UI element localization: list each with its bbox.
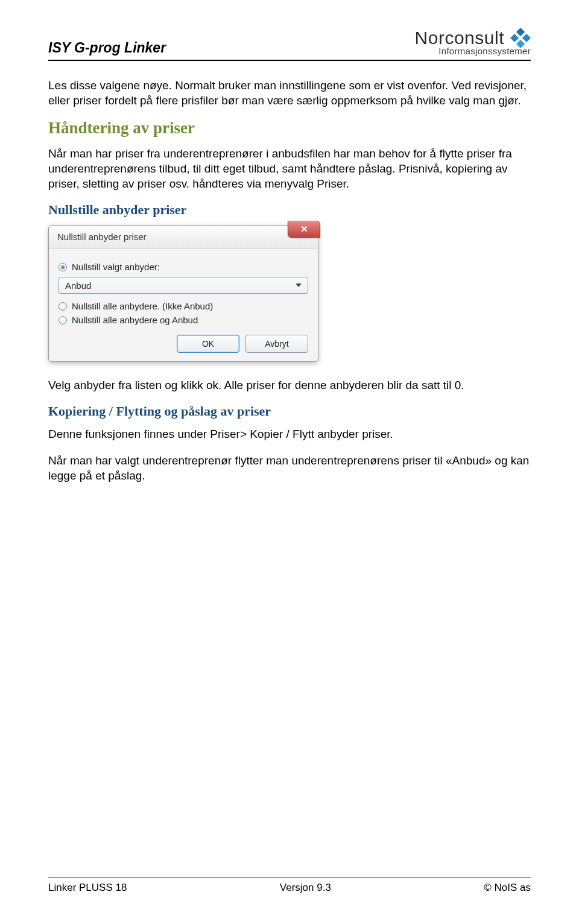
ok-button[interactable]: OK (177, 335, 239, 353)
page-header: ISY G-prog Linker Norconsult Informasjon… (48, 28, 531, 61)
paragraph: Når man har priser fra underentreprenøre… (48, 146, 531, 191)
close-icon: ✕ (300, 224, 308, 235)
heading-handtering: Håndtering av priser (48, 119, 531, 138)
dialog-nullstill: Nullstill anbyder priser ✕ Nullstill val… (48, 225, 318, 362)
brand-name: Norconsult (415, 28, 504, 48)
heading-nullstille: Nullstille anbyder priser (48, 202, 531, 218)
paragraph: Når man har valgt underentreprenør flytt… (48, 453, 531, 483)
radio-option-selected-anbyder[interactable]: Nullstill valgt anbyder: (59, 262, 308, 272)
page-footer: Linker PLUSS 18 Versjon 9.3 © NoIS as (48, 878, 531, 894)
button-label: OK (202, 339, 214, 349)
radio-label: Nullstill alle anbydere og Anbud (72, 315, 198, 325)
paragraph: Velg anbyder fra listen og klikk ok. All… (48, 378, 531, 393)
chevron-down-icon (293, 280, 304, 291)
footer-center: Versjon 9.3 (280, 882, 331, 894)
footer-left: Linker PLUSS 18 (48, 882, 127, 894)
footer-right: © NoIS as (484, 882, 531, 894)
dialog-titlebar[interactable]: Nullstill anbyder priser ✕ (49, 226, 318, 248)
dialog-button-row: OK Avbryt (59, 335, 308, 353)
svg-rect-2 (510, 34, 519, 42)
button-label: Avbryt (265, 339, 288, 349)
dialog-body: Nullstill valgt anbyder: Anbud Nullstill… (49, 248, 318, 361)
brand-block: Norconsult Informasjonssystemer (415, 28, 531, 56)
paragraph: Denne funksjonen finnes under Priser> Ko… (48, 426, 531, 441)
dropdown-value: Anbud (65, 280, 91, 291)
dialog-title-text: Nullstill anbyder priser (57, 232, 147, 242)
svg-rect-1 (522, 34, 531, 42)
radio-label: Nullstill valgt anbyder: (72, 262, 160, 272)
doc-title: ISY G-prog Linker (48, 40, 166, 56)
cancel-button[interactable]: Avbryt (245, 335, 308, 353)
radio-option-alle-ikke-anbud[interactable]: Nullstill alle anbydere. (Ikke Anbud) (59, 301, 308, 311)
brand-line1: Norconsult (415, 28, 531, 48)
radio-icon (59, 302, 67, 311)
anbyder-dropdown[interactable]: Anbud (59, 277, 308, 294)
radio-icon (59, 316, 67, 324)
brand-logo-icon (510, 28, 531, 48)
close-button[interactable]: ✕ (288, 221, 320, 238)
paragraph: Les disse valgene nøye. Normalt bruker m… (48, 78, 531, 108)
radio-label: Nullstill alle anbydere. (Ikke Anbud) (72, 301, 213, 311)
radio-option-alle-og-anbud[interactable]: Nullstill alle anbydere og Anbud (59, 315, 308, 325)
svg-rect-0 (516, 28, 525, 36)
heading-kopiering: Kopiering / Flytting og påslag av priser (48, 403, 531, 419)
radio-icon (59, 263, 67, 271)
